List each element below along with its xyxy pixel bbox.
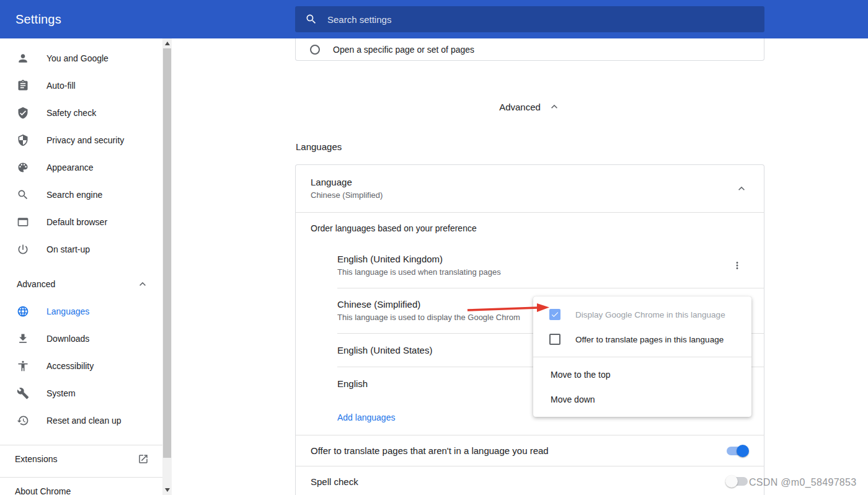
sidebar-item-autofill[interactable]: Auto-fill (0, 72, 162, 99)
menu-item-move-to-top[interactable]: Move to the top (533, 362, 751, 387)
language-row-title: Language (311, 176, 735, 189)
sidebar-item-label: System (46, 388, 76, 398)
checked-checkbox-icon[interactable] (549, 309, 560, 320)
sidebar-item-default-browser[interactable]: Default browser (0, 208, 162, 236)
sidebar-item-accessibility[interactable]: Accessibility (0, 352, 162, 380)
sidebar-item-downloads[interactable]: Downloads (0, 325, 162, 352)
language-expand-row[interactable]: Language Chinese (Simplified) (296, 165, 764, 212)
language-name: English (United Kingdom) (337, 252, 732, 266)
collapse-chevron-icon[interactable] (735, 182, 748, 195)
sidebar-item-label: Auto-fill (46, 81, 76, 91)
page-title: Settings (16, 0, 61, 38)
sidebar-item-label: Privacy and security (46, 135, 124, 145)
sidebar-item-system[interactable]: System (0, 380, 162, 407)
restore-icon (17, 414, 29, 427)
order-languages-label: Order languages based on your preference (296, 213, 764, 243)
vertical-scrollbar[interactable] (162, 38, 172, 495)
menu-divider (533, 357, 751, 357)
advanced-section-toggle[interactable]: Advanced (295, 99, 764, 115)
sidebar-item-search-engine[interactable]: Search engine (0, 181, 162, 208)
on-startup-card-bottom: Open a specific page or set of pages (295, 38, 764, 61)
offer-translate-label: Offer to translate pages that aren't in … (311, 445, 549, 456)
spell-check-row: Spell check (296, 466, 764, 495)
add-languages-button[interactable]: Add languages (337, 412, 395, 422)
sidebar-item-appearance[interactable]: Appearance (0, 154, 162, 181)
sidebar-item-label: Safety check (46, 108, 96, 118)
header-bar: Settings (0, 0, 868, 38)
settings-sidebar: You and Google Auto-fill Safety check Pr… (0, 38, 162, 495)
sidebar-item-label: You and Google (46, 53, 108, 63)
sidebar-item-label: Accessibility (46, 361, 94, 371)
sidebar-item-label: Extensions (15, 454, 57, 464)
csdn-watermark: CSDN @m0_58497853 (749, 477, 856, 488)
sidebar-item-label: About Chrome (15, 486, 71, 495)
sidebar-advanced-label: Advanced (17, 279, 55, 289)
sidebar-item-privacy[interactable]: Privacy and security (0, 127, 162, 154)
sidebar-item-on-startup[interactable]: On start-up (0, 236, 162, 263)
autofill-icon (17, 79, 29, 92)
sidebar-advanced-toggle[interactable]: Advanced (0, 270, 162, 298)
toggle-knob (737, 445, 749, 457)
power-icon (17, 243, 29, 256)
sidebar-item-label: Reset and clean up (46, 416, 122, 426)
sidebar-item-safety-check[interactable]: Safety check (0, 99, 162, 127)
language-row-subtitle: Chinese (Simplified) (311, 189, 735, 202)
triangle-down-icon (165, 488, 170, 492)
language-description: This language is used when translating p… (337, 266, 732, 279)
sidebar-item-label: Languages (46, 306, 89, 316)
language-options-menu: Display Google Chrome in this language O… (533, 297, 751, 417)
more-actions-icon[interactable] (732, 260, 743, 271)
sidebar-item-label: Downloads (46, 334, 89, 344)
palette-icon (17, 161, 29, 174)
advanced-toggle-label: Advanced (499, 102, 541, 112)
languages-section-title: Languages (296, 141, 342, 152)
sidebar-item-you-and-google[interactable]: You and Google (0, 45, 162, 72)
accessibility-icon (17, 360, 29, 372)
sidebar-item-label: Search engine (46, 190, 102, 200)
scroll-down-button[interactable] (162, 485, 172, 495)
search-icon (17, 189, 29, 201)
sidebar-item-languages[interactable]: Languages (0, 298, 162, 325)
privacy-shield-icon (17, 134, 29, 146)
sidebar-item-label: Appearance (46, 163, 94, 172)
menu-item-display-in-language[interactable]: Display Google Chrome in this language (533, 302, 751, 327)
sidebar-item-label: On start-up (46, 244, 90, 254)
globe-icon (17, 305, 29, 318)
unchecked-checkbox-icon[interactable] (549, 334, 560, 345)
chevron-up-icon (548, 100, 560, 113)
open-in-new-icon (138, 453, 149, 465)
search-icon (305, 13, 317, 25)
scrollbar-thumb[interactable] (163, 48, 171, 458)
menu-item-label: Display Google Chrome in this language (575, 310, 725, 319)
browser-icon (17, 216, 29, 228)
triangle-up-icon (165, 42, 170, 45)
person-icon (17, 52, 29, 65)
language-row-english-uk[interactable]: English (United Kingdom) This language i… (296, 243, 764, 288)
scroll-up-button[interactable] (162, 38, 172, 48)
radio-label: Open a specific page or set of pages (333, 45, 474, 55)
safety-check-icon (17, 107, 29, 119)
chevron-up-icon (136, 278, 149, 290)
search-input[interactable] (326, 14, 755, 25)
menu-item-move-down[interactable]: Move down (533, 387, 751, 412)
toggle-knob (725, 475, 738, 488)
sidebar-item-extensions[interactable]: Extensions (0, 445, 162, 473)
settings-search-box[interactable] (295, 6, 764, 32)
spell-check-label: Spell check (311, 476, 358, 487)
offer-translate-row: Offer to translate pages that aren't in … (296, 435, 764, 466)
menu-item-offer-translate[interactable]: Offer to translate pages in this languag… (533, 327, 751, 352)
spell-check-toggle[interactable] (727, 477, 748, 486)
sidebar-item-about-chrome[interactable]: About Chrome (0, 478, 162, 495)
offer-translate-toggle[interactable] (727, 447, 748, 455)
sidebar-item-reset-clean-up[interactable]: Reset and clean up (0, 407, 162, 434)
radio-open-specific-page[interactable] (310, 45, 320, 55)
menu-item-label: Offer to translate pages in this languag… (575, 335, 724, 344)
sidebar-item-label: Default browser (46, 217, 107, 227)
wrench-icon (17, 387, 29, 399)
download-icon (17, 332, 29, 345)
